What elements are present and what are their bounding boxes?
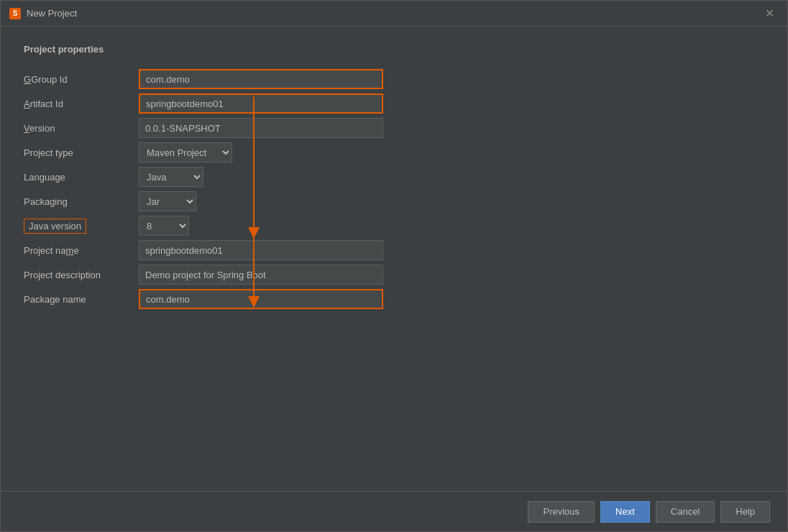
package-name-control bbox=[139, 289, 764, 309]
project-type-control: Maven Project Gradle Project bbox=[139, 142, 764, 162]
title-bar-left: S New Project bbox=[9, 8, 77, 19]
packaging-row: Packaging Jar War bbox=[24, 191, 764, 211]
version-label: Version bbox=[24, 123, 139, 134]
package-name-label: Package name bbox=[24, 294, 139, 305]
new-project-window: S New Project ✕ Project properties GGrou… bbox=[0, 0, 788, 532]
group-id-label: GGroup Id bbox=[24, 74, 139, 85]
previous-button[interactable]: Previous bbox=[528, 501, 595, 523]
language-row: Language Java Kotlin Groovy bbox=[24, 167, 764, 187]
project-name-control bbox=[139, 240, 764, 260]
artifact-id-control bbox=[139, 93, 764, 114]
app-icon: S bbox=[9, 8, 21, 19]
form-container: GGroup Id Artifact Id Version bbox=[24, 69, 764, 309]
version-row: Version bbox=[24, 118, 764, 138]
artifact-id-input[interactable] bbox=[139, 93, 383, 114]
footer: Previous Next Cancel Help bbox=[1, 491, 787, 531]
close-button[interactable]: ✕ bbox=[761, 4, 779, 23]
packaging-control: Jar War bbox=[139, 191, 764, 211]
project-name-label: Project name bbox=[24, 245, 139, 256]
packaging-label: Packaging bbox=[24, 196, 139, 207]
package-name-row: Package name bbox=[24, 289, 764, 309]
content-area: Project properties GGroup Id Artifact Id bbox=[1, 27, 787, 491]
project-description-input[interactable] bbox=[139, 265, 383, 285]
version-control bbox=[139, 118, 764, 138]
cancel-button[interactable]: Cancel bbox=[656, 501, 715, 523]
group-id-input[interactable] bbox=[139, 69, 383, 89]
artifact-id-row: Artifact Id bbox=[24, 93, 764, 114]
help-button[interactable]: Help bbox=[720, 501, 770, 523]
java-version-label: Java version bbox=[24, 219, 139, 234]
title-bar: S New Project ✕ bbox=[1, 1, 787, 27]
project-name-row: Project name bbox=[24, 240, 764, 260]
window-title: New Project bbox=[27, 8, 77, 19]
project-description-control bbox=[139, 265, 764, 285]
packaging-select[interactable]: Jar War bbox=[139, 191, 196, 211]
project-description-row: Project description bbox=[24, 265, 764, 285]
project-type-row: Project type Maven Project Gradle Projec… bbox=[24, 142, 764, 162]
language-label: Language bbox=[24, 172, 139, 183]
next-button[interactable]: Next bbox=[600, 501, 650, 523]
java-version-select[interactable]: 8 11 17 21 bbox=[139, 216, 189, 236]
project-description-label: Project description bbox=[24, 270, 139, 280]
section-title: Project properties bbox=[24, 44, 764, 55]
project-name-input[interactable] bbox=[139, 240, 383, 260]
project-type-select[interactable]: Maven Project Gradle Project bbox=[139, 142, 232, 162]
artifact-id-label: Artifact Id bbox=[24, 98, 139, 109]
language-control: Java Kotlin Groovy bbox=[139, 167, 764, 187]
java-version-row: Java version 8 11 17 21 bbox=[24, 216, 764, 236]
project-type-label: Project type bbox=[24, 147, 139, 158]
version-input[interactable] bbox=[139, 118, 383, 138]
group-id-row: GGroup Id bbox=[24, 69, 764, 89]
group-id-control bbox=[139, 69, 764, 89]
language-select[interactable]: Java Kotlin Groovy bbox=[139, 167, 203, 187]
package-name-input[interactable] bbox=[139, 289, 383, 309]
java-version-control: 8 11 17 21 bbox=[139, 216, 764, 236]
